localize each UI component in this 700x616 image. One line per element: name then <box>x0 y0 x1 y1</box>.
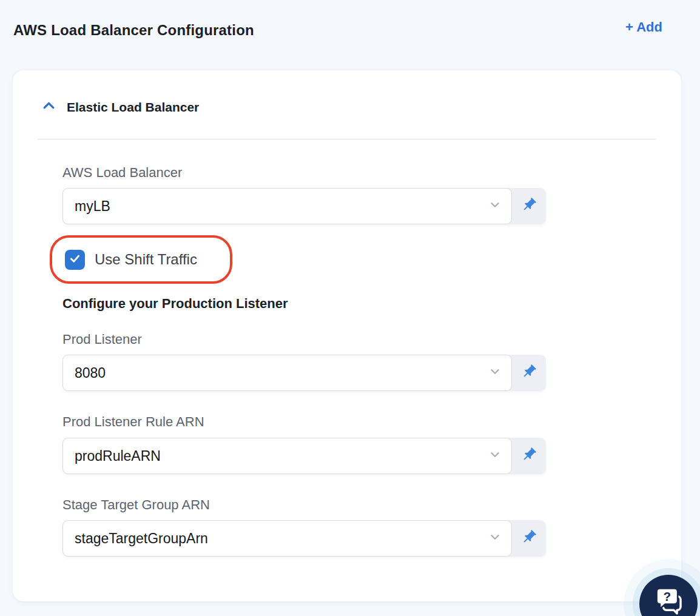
pin-button[interactable] <box>512 438 546 474</box>
chat-question-icon: ? <box>653 589 684 616</box>
form: AWS Load Balancer <box>13 165 681 557</box>
add-button[interactable]: + Add <box>625 19 662 35</box>
pin-icon <box>520 446 537 466</box>
prod-listener-select[interactable] <box>62 355 512 391</box>
load-balancer-config-card: Elastic Load Balancer AWS Load Balancer <box>13 70 681 601</box>
aws-load-balancer-field <box>62 188 546 224</box>
use-shift-traffic-label[interactable]: Use Shift Traffic <box>95 251 197 268</box>
page-header: AWS Load Balancer Configuration + Add <box>0 0 700 39</box>
stage-target-group-arn-label: Stage Target Group ARN <box>62 497 681 513</box>
check-icon <box>69 252 81 267</box>
aws-load-balancer-label: AWS Load Balancer <box>62 165 681 181</box>
chevron-up-icon[interactable] <box>41 98 56 116</box>
red-annotation-highlight: Use Shift Traffic <box>50 235 232 284</box>
use-shift-traffic-checkbox[interactable] <box>65 250 85 270</box>
prod-listener-label: Prod Listener <box>62 332 681 347</box>
aws-load-balancer-select[interactable] <box>62 188 512 224</box>
pin-button[interactable] <box>512 188 546 224</box>
prod-listener-rule-arn-label: Prod Listener Rule ARN <box>62 414 681 430</box>
svg-text:?: ? <box>664 589 671 603</box>
pin-icon <box>520 363 537 383</box>
production-listener-heading: Configure your Production Listener <box>62 296 681 312</box>
pin-button[interactable] <box>512 355 546 391</box>
prod-listener-rule-arn-select[interactable] <box>62 438 512 474</box>
pin-icon <box>520 529 537 548</box>
pin-icon <box>520 196 537 216</box>
section-header-elastic-load-balancer[interactable]: Elastic Load Balancer <box>13 70 681 116</box>
divider <box>38 139 656 139</box>
prod-listener-rule-arn-field <box>62 438 546 474</box>
stage-target-group-arn-select[interactable] <box>62 520 512 557</box>
section-title: Elastic Load Balancer <box>67 100 199 115</box>
page-title: AWS Load Balancer Configuration <box>13 22 254 39</box>
prod-listener-field <box>62 355 546 391</box>
pin-button[interactable] <box>512 520 546 557</box>
stage-target-group-arn-field <box>62 520 546 557</box>
